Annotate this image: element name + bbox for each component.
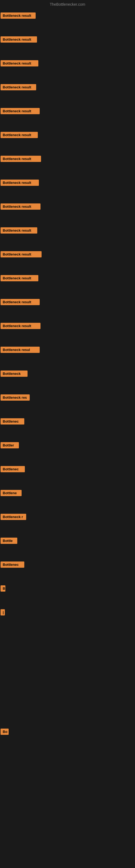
bottleneck-row-10: Bottleneck result [0, 225, 135, 248]
bottleneck-label[interactable]: Bottlenec [1, 561, 24, 568]
bottleneck-label[interactable]: Bottleneck result [1, 60, 38, 66]
bottleneck-row-19: Bottler [0, 439, 135, 463]
bottleneck-row-25: B [0, 583, 135, 607]
bottleneck-row-22: Bottleneck r [0, 511, 135, 535]
bottleneck-row-34 [0, 798, 135, 822]
site-title: TheBottlenecker.com [50, 2, 85, 6]
bottleneck-row-32 [0, 750, 135, 774]
bottleneck-label[interactable]: Bottleneck result [1, 180, 39, 186]
bottleneck-label[interactable]: Bottleneck resul [1, 347, 40, 353]
bottleneck-row-6: Bottleneck result [0, 129, 135, 153]
bottleneck-row-26: | [0, 607, 135, 630]
bottleneck-label[interactable]: Bottleneck result [1, 132, 38, 138]
bottleneck-label[interactable]: Bottleneck result [1, 156, 41, 162]
bottleneck-label[interactable]: Bottleneck result [1, 251, 42, 257]
bottleneck-label[interactable]: Bottleneck res [1, 394, 30, 401]
bottleneck-label[interactable]: B [1, 585, 5, 592]
bottleneck-row-7: Bottleneck result [0, 153, 135, 177]
bottleneck-row-24: Bottlenec [0, 559, 135, 583]
bottleneck-row-17: Bottleneck res [0, 392, 135, 415]
bottleneck-row-28 [0, 654, 135, 678]
bottleneck-row-2: Bottleneck result [0, 34, 135, 58]
site-header: TheBottlenecker.com [0, 0, 135, 10]
bottleneck-label[interactable]: Bottlene [1, 490, 21, 496]
bottleneck-row-31: Bo [0, 726, 135, 750]
bottleneck-label[interactable]: Bottlenec [1, 466, 25, 472]
bottleneck-row-4: Bottleneck result [0, 82, 135, 105]
bottleneck-row-5: Bottleneck result [0, 105, 135, 129]
bottleneck-label[interactable]: Bottleneck result [1, 108, 40, 114]
bottleneck-row-30 [0, 702, 135, 726]
bottleneck-row-9: Bottleneck result [0, 201, 135, 225]
bottleneck-row-16: Bottleneck [0, 368, 135, 392]
bottleneck-label[interactable]: Bottleneck result [1, 36, 37, 42]
bottleneck-label[interactable]: Bottler [1, 442, 19, 448]
bottleneck-row-27 [0, 630, 135, 654]
bottleneck-label[interactable]: Bottleneck result [1, 84, 36, 90]
bottleneck-label[interactable]: Bottle [1, 538, 17, 544]
bottleneck-row-18: Bottlenec [0, 415, 135, 439]
bottleneck-row-23: Bottle [0, 535, 135, 559]
bottleneck-label[interactable]: Bottleneck result [1, 12, 36, 19]
bottleneck-row-12: Bottleneck result [0, 272, 135, 296]
bottleneck-label[interactable]: Bottleneck [1, 371, 28, 377]
bottleneck-label[interactable]: Bottleneck result [1, 323, 41, 329]
bottleneck-row-3: Bottleneck result [0, 58, 135, 82]
bottleneck-row-11: Bottleneck result [0, 248, 135, 272]
bottleneck-row-13: Bottleneck result [0, 296, 135, 320]
bottleneck-row-21: Bottlene [0, 487, 135, 511]
bottleneck-label[interactable]: Bottlenec [1, 418, 24, 425]
bottleneck-row-35 [0, 822, 135, 845]
bottleneck-row-14: Bottleneck result [0, 320, 135, 344]
bottleneck-row-8: Bottleneck result [0, 177, 135, 201]
bottleneck-label[interactable]: Bottleneck result [1, 227, 37, 234]
bottleneck-label[interactable]: Bottleneck result [1, 299, 40, 305]
bottleneck-label[interactable]: | [1, 609, 5, 616]
bottleneck-label[interactable]: Bo [1, 728, 9, 735]
bottleneck-row-20: Bottlenec [0, 463, 135, 487]
bottleneck-row-33 [0, 774, 135, 798]
bottleneck-row-1: Bottleneck result [0, 10, 135, 34]
bottleneck-label[interactable]: Bottleneck result [1, 204, 41, 210]
bottleneck-row-29 [0, 678, 135, 702]
bottleneck-label[interactable]: Bottleneck result [1, 275, 38, 281]
bottleneck-label[interactable]: Bottleneck r [1, 514, 26, 520]
bottleneck-row-15: Bottleneck resul [0, 344, 135, 368]
